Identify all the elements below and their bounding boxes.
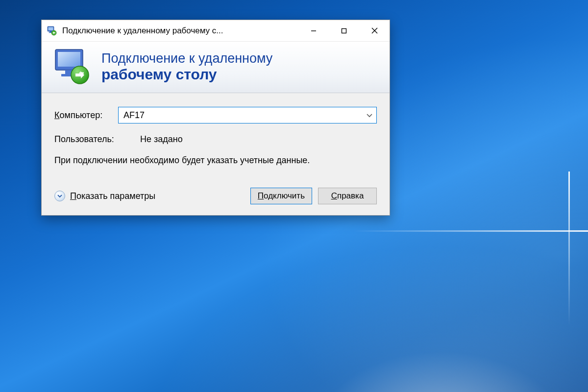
user-value: Не задано [140, 134, 183, 145]
banner-title-line1: Подключение к удаленному [101, 51, 272, 66]
titlebar[interactable]: Подключение к удаленному рабочему с... [42, 20, 390, 42]
window-title: Подключение к удаленному рабочему с... [62, 26, 298, 36]
show-options-toggle[interactable]: Показать параметры [54, 191, 245, 201]
close-button[interactable] [359, 20, 390, 41]
help-button[interactable]: Справка [318, 188, 377, 204]
chevron-down-circle-icon [54, 191, 65, 201]
svg-rect-10 [58, 52, 80, 67]
computer-input[interactable] [123, 110, 363, 121]
window-controls [298, 20, 390, 41]
user-label: Пользователь: [54, 134, 140, 145]
help-button-label: Справка [331, 191, 364, 201]
computer-label: Компьютер: [54, 110, 118, 121]
rdp-window: Подключение к удаленному рабочему с... [41, 20, 390, 216]
minimize-button[interactable] [298, 20, 329, 41]
banner-title-line2: рабочему столу [101, 66, 272, 83]
svg-rect-6 [342, 28, 346, 33]
connect-button[interactable]: Подключить [250, 188, 312, 204]
computer-combobox[interactable] [118, 107, 377, 123]
credentials-hint: При подключении необходимо будет указать… [54, 154, 329, 166]
svg-rect-1 [49, 27, 53, 30]
show-options-label: Показать параметры [70, 191, 155, 201]
rdp-banner-icon [52, 48, 92, 87]
maximize-button[interactable] [329, 20, 359, 41]
dialog-body: Компьютер: Пользователь: Не задано При п… [42, 93, 390, 215]
chevron-down-icon[interactable] [363, 112, 372, 119]
banner: Подключение к удаленному рабочему столу [42, 42, 390, 93]
rdp-app-icon [47, 25, 57, 36]
connect-button-label: Подключить [258, 191, 305, 201]
